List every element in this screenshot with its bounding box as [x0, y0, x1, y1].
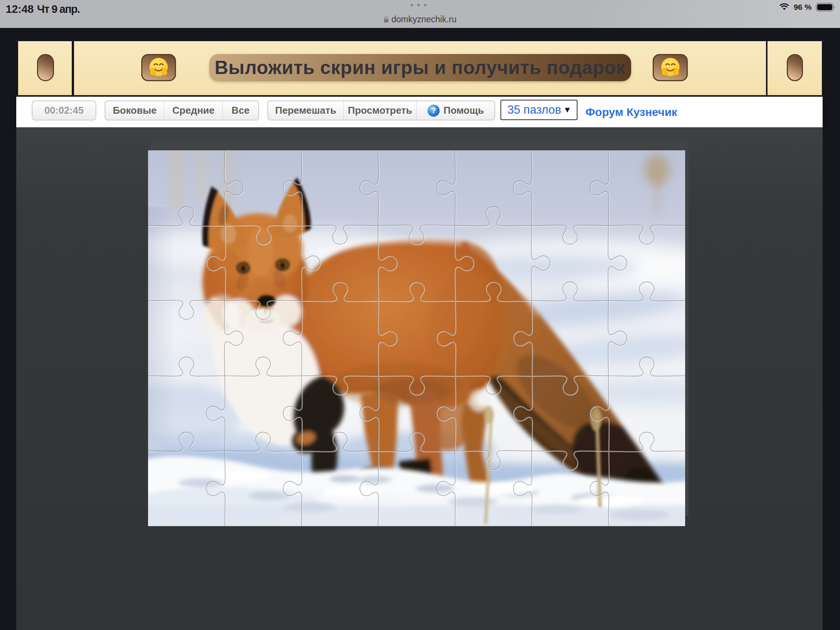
svg-text:?: ? [431, 106, 436, 115]
